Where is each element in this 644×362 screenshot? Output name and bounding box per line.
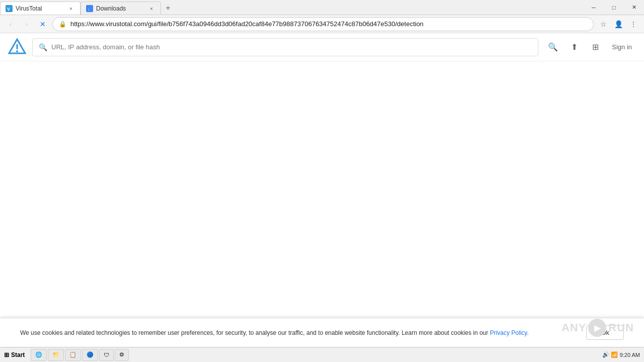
taskbar-item-taskmgr[interactable]: 📋 [65, 349, 81, 361]
anyrun-text: ANY [561, 321, 586, 334]
taskbar-item-settings[interactable]: ⚙ [115, 349, 129, 361]
tab-downloads[interactable]: Downloads ↓ Downloads × [80, 2, 161, 15]
privacy-policy-link[interactable]: Privacy Policy [490, 329, 527, 336]
shield-icon: 🛡 [104, 352, 109, 358]
reload-button[interactable]: ✕ [36, 18, 49, 31]
maximize-button[interactable]: □ [604, 0, 624, 15]
start-button[interactable]: ⊞ Start [0, 347, 29, 362]
menu-button[interactable]: ⋮ [627, 18, 640, 31]
vt-signin-button[interactable]: Sign in [608, 43, 636, 51]
taskbar-item-chrome[interactable]: 🔵 [82, 349, 98, 361]
titlebar: V VirusTotal × Downloads ↓ Downloads × +… [0, 0, 644, 15]
forward-button[interactable]: › [20, 18, 33, 31]
url-text: https://www.virustotal.com/gui/file/b756… [70, 20, 587, 28]
new-tab-button[interactable]: + [161, 2, 175, 15]
vt-header: 🔍 🔍 ⬆ ⊞ Sign in [0, 33, 644, 61]
vt-header-actions: 🔍 ⬆ ⊞ Sign in [544, 39, 636, 56]
taskbar-item-explorer[interactable]: 📁 [48, 349, 64, 361]
tab-title-downloads: Downloads [96, 5, 144, 12]
vt-search-bar[interactable]: 🔍 [32, 38, 538, 56]
tab-virustotal[interactable]: V VirusTotal × [0, 2, 80, 15]
tab-title-virustotal: VirusTotal [16, 5, 64, 12]
vt-grid-button[interactable]: ⊞ [587, 39, 604, 56]
tab-close-downloads[interactable]: × [147, 5, 155, 13]
taskbar: ⊞ Start 🌐 📁 📋 🔵 🛡 ⚙ 🔊 📶 9:20 AM [0, 347, 644, 362]
search-input[interactable] [51, 43, 532, 51]
vt-search-button[interactable]: 🔍 [544, 39, 561, 56]
explorer-icon: 📁 [52, 351, 59, 358]
tray-icons: 🔊 📶 [602, 351, 618, 358]
vt-logo[interactable] [8, 38, 26, 56]
taskbar-tray: 🔊 📶 9:20 AM [598, 347, 644, 362]
tab-favicon-downloads: ↓ [86, 5, 93, 12]
url-bar[interactable]: 🔒 https://www.virustotal.com/gui/file/b7… [52, 17, 594, 31]
anyrun-icon: ▶ [588, 319, 606, 337]
addressbar: ‹ › ✕ 🔒 https://www.virustotal.com/gui/f… [0, 15, 644, 33]
taskmgr-icon: 📋 [69, 351, 76, 358]
vt-upload-button[interactable]: ⬆ [566, 39, 583, 56]
anyrun-run-text: RUN [608, 321, 634, 334]
account-button[interactable]: 👤 [612, 18, 625, 31]
tab-favicon-virustotal: V [6, 5, 13, 12]
main-content [0, 61, 644, 347]
ie-icon: 🌐 [35, 351, 42, 358]
taskbar-clock: 9:20 AM [620, 352, 640, 358]
minimize-button[interactable]: ─ [584, 0, 604, 15]
cookie-text: We use cookies and related technologies … [20, 329, 576, 336]
taskbar-items: 🌐 📁 📋 🔵 🛡 ⚙ [29, 349, 598, 361]
url-actions: ☆ 👤 ⋮ [597, 18, 640, 31]
lock-icon: 🔒 [59, 21, 66, 28]
svg-text:V: V [7, 7, 10, 12]
tab-close-virustotal[interactable]: × [67, 5, 75, 13]
cookie-banner: We use cookies and related technologies … [0, 318, 644, 347]
window-controls: ─ □ ✕ [584, 0, 644, 15]
taskbar-item-shield[interactable]: 🛡 [99, 349, 114, 361]
search-icon: 🔍 [39, 43, 47, 51]
anyrun-watermark: ANY ▶ RUN [561, 319, 634, 337]
tab-bar: V VirusTotal × Downloads ↓ Downloads × + [0, 0, 584, 15]
bookmark-button[interactable]: ☆ [597, 18, 610, 31]
chrome-icon: 🔵 [87, 351, 94, 358]
back-button[interactable]: ‹ [4, 18, 17, 31]
settings-icon: ⚙ [119, 351, 124, 358]
svg-text:↓: ↓ [88, 7, 90, 12]
close-button[interactable]: ✕ [624, 0, 644, 15]
svg-point-6 [16, 50, 18, 52]
taskbar-item-ie[interactable]: 🌐 [31, 349, 47, 361]
start-icon: ⊞ [4, 351, 9, 358]
